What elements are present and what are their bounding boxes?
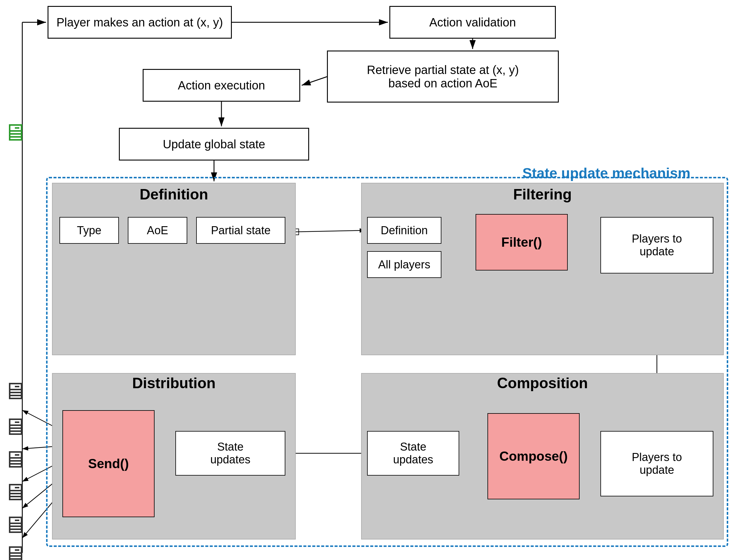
player-action-box: Player makes an action at (x, y) <box>48 6 232 39</box>
definition-section <box>52 183 296 355</box>
filtering-title: Filtering <box>361 186 724 203</box>
composition-players-update-text: Players toupdate <box>632 451 682 477</box>
distribution-send-box: Send() <box>62 410 154 517</box>
definition-aoe-box: AoE <box>128 217 187 244</box>
composition-title: Composition <box>361 374 724 392</box>
distribution-state-updates: Stateupdates <box>175 431 285 476</box>
action-validation-box: Action validation <box>389 6 556 39</box>
composition-compose-box: Compose() <box>487 413 580 499</box>
diagram-container: Player makes an action at (x, y) Action … <box>0 0 741 560</box>
client-computer-2: 🖥 <box>3 413 27 440</box>
client-computer-6: 🖥 <box>3 541 27 560</box>
filter-allplayers-input: All players <box>367 251 442 278</box>
distribution-state-updates-text: Stateupdates <box>210 440 250 466</box>
client-computer-4: 🖥 <box>3 479 27 506</box>
filter-players-update-text: Players toupdate <box>632 232 682 258</box>
server-computer-icon: 🖥 <box>3 119 27 146</box>
composition-state-updates-text: Stateupdates <box>393 440 433 466</box>
action-execution-box: Action execution <box>143 69 300 102</box>
composition-players-to-update: Players toupdate <box>600 431 713 496</box>
filter-definition-input: Definition <box>367 217 442 244</box>
retrieve-partial-text: Retrieve partial state at (x, y)based on… <box>367 63 519 90</box>
distribution-title: Distribution <box>52 374 296 392</box>
retrieve-partial-box: Retrieve partial state at (x, y)based on… <box>327 51 559 102</box>
update-global-box: Update global state <box>119 128 309 160</box>
client-computer-3: 🖥 <box>3 446 27 473</box>
svg-line-4 <box>302 77 327 85</box>
definition-title: Definition <box>52 186 296 203</box>
filter-function-box: Filter() <box>476 214 568 271</box>
client-computer-1: 🖥 <box>3 377 27 405</box>
filter-players-to-update: Players toupdate <box>600 217 713 273</box>
composition-state-updates: Stateupdates <box>367 431 459 476</box>
definition-type-box: Type <box>59 217 119 244</box>
definition-partial-box: Partial state <box>196 217 285 244</box>
client-computer-5: 🖥 <box>3 511 27 539</box>
